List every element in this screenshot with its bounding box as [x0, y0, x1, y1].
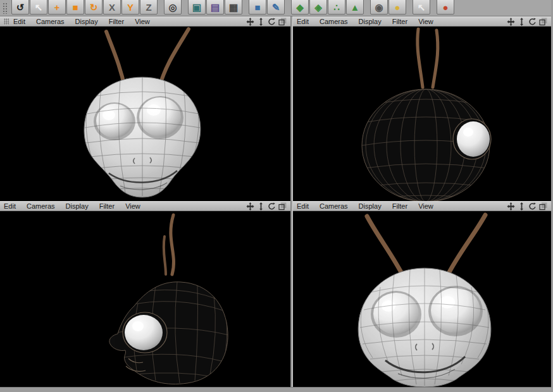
eye — [453, 119, 491, 159]
pan-icon[interactable] — [507, 202, 515, 211]
scale-icon[interactable]: ■ — [66, 0, 84, 15]
viewport-canvas-back[interactable] — [293, 27, 551, 201]
zoom-icon[interactable] — [518, 18, 526, 26]
menu-view[interactable]: View — [125, 202, 140, 210]
render-view-icon[interactable]: ▣ — [188, 0, 206, 15]
menu-cameras[interactable]: Cameras — [320, 202, 348, 210]
z-axis-lock-icon[interactable]: Z — [140, 0, 158, 15]
viewport-menubar-bottom-left: Edit Cameras Display Filter View — [0, 201, 290, 211]
menubar-drag-handle[interactable] — [4, 18, 9, 25]
toggle-maximize-icon[interactable] — [539, 18, 547, 26]
deformer-icon[interactable]: ▲ — [346, 0, 364, 15]
menu-edit[interactable]: Edit — [297, 202, 309, 210]
zoom-icon[interactable] — [257, 18, 265, 26]
menu-cameras[interactable]: Cameras — [36, 18, 65, 25]
render-settings-icon[interactable]: ▦ — [225, 0, 242, 15]
undo-icon[interactable]: ↺ — [11, 0, 29, 15]
window-bottom-edge — [0, 387, 551, 392]
x-axis-lock-icon[interactable]: X — [103, 0, 121, 15]
toolbar-drag-handle[interactable] — [3, 3, 8, 14]
eye — [123, 312, 167, 353]
menu-filter[interactable]: Filter — [392, 202, 407, 210]
rotate-icon[interactable]: ↻ — [85, 0, 103, 15]
menu-display[interactable]: Display — [359, 18, 382, 25]
rotate-view-icon[interactable] — [268, 202, 276, 211]
rotate-view-icon[interactable] — [528, 202, 537, 211]
pan-icon[interactable] — [246, 202, 254, 211]
rotate-view-icon[interactable] — [268, 18, 276, 26]
viewport-canvas-perspective[interactable] — [0, 27, 290, 201]
camera-icon[interactable]: ◉ — [370, 0, 388, 15]
viewport-grid: Edit Cameras Display Filter View Edit Ca… — [0, 16, 551, 387]
particles-icon[interactable]: ∴ — [328, 0, 345, 15]
primitive-cube-icon[interactable]: ■ — [249, 0, 266, 15]
antenna-right — [159, 29, 189, 87]
menu-cameras[interactable]: Cameras — [27, 202, 55, 210]
menu-display[interactable]: Display — [75, 18, 98, 25]
y-axis-lock-icon[interactable]: Y — [121, 0, 139, 15]
menu-display[interactable]: Display — [359, 202, 382, 210]
viewport-controls — [507, 202, 547, 211]
viewport-menubar-top-left: Edit Cameras Display Filter View — [0, 16, 290, 27]
rotate-view-icon[interactable] — [528, 18, 537, 26]
pan-icon[interactable] — [246, 18, 254, 26]
spline-pen-icon[interactable]: ✎ — [267, 0, 285, 15]
menu-display[interactable]: Display — [66, 202, 89, 210]
toggle-maximize-icon[interactable] — [539, 202, 547, 211]
selection-tool-icon[interactable]: ↖ — [413, 0, 430, 15]
menu-filter[interactable]: Filter — [99, 202, 115, 210]
viewport-menubar-top-right: Edit Cameras Display Filter View — [293, 16, 551, 27]
menu-edit[interactable]: Edit — [13, 18, 25, 25]
menu-filter[interactable]: Filter — [392, 18, 407, 25]
main-toolbar: ↺↖+■↻XYZ◎▣▤▦■✎◆◈∴▲◉●↖● — [0, 0, 551, 16]
zoom-icon[interactable] — [518, 202, 526, 211]
menu-filter[interactable]: Filter — [109, 18, 124, 25]
viewport-menubar-bottom-right: Edit Cameras Display Filter View — [293, 201, 551, 211]
render-picture-viewer-icon[interactable]: ▤ — [206, 0, 224, 15]
material-icon[interactable]: ● — [437, 0, 454, 15]
viewport-controls — [507, 18, 547, 26]
menu-cameras[interactable]: Cameras — [320, 18, 348, 25]
nurbs-icon[interactable]: ◆ — [291, 0, 309, 15]
zoom-icon[interactable] — [257, 202, 265, 211]
menu-view[interactable]: View — [418, 18, 433, 25]
menu-edit[interactable]: Edit — [297, 18, 309, 25]
move-icon[interactable]: + — [48, 0, 66, 15]
menu-edit[interactable]: Edit — [4, 202, 16, 210]
pan-icon[interactable] — [507, 18, 515, 26]
app-window: ↺↖+■↻XYZ◎▣▤▦■✎◆◈∴▲◉●↖● Edit Cameras Disp… — [0, 0, 553, 392]
toolbar-icons: ↺↖+■↻XYZ◎▣▤▦■✎◆◈∴▲◉●↖● — [11, 0, 455, 15]
antennae — [418, 29, 438, 87]
viewport-controls — [246, 202, 287, 211]
viewport-canvas-front[interactable] — [293, 211, 551, 387]
menu-view[interactable]: View — [418, 202, 433, 210]
menu-view[interactable]: View — [135, 18, 150, 25]
toggle-maximize-icon[interactable] — [278, 18, 287, 26]
toggle-maximize-icon[interactable] — [278, 202, 287, 211]
viewport-canvas-left-profile[interactable] — [0, 211, 290, 387]
viewport-controls — [246, 18, 287, 26]
coordinate-system-icon[interactable]: ◎ — [164, 0, 182, 15]
antennae — [164, 215, 174, 274]
selection-icon[interactable]: ↖ — [30, 0, 47, 15]
light-icon[interactable]: ● — [388, 0, 406, 15]
array-icon[interactable]: ◈ — [309, 0, 327, 15]
